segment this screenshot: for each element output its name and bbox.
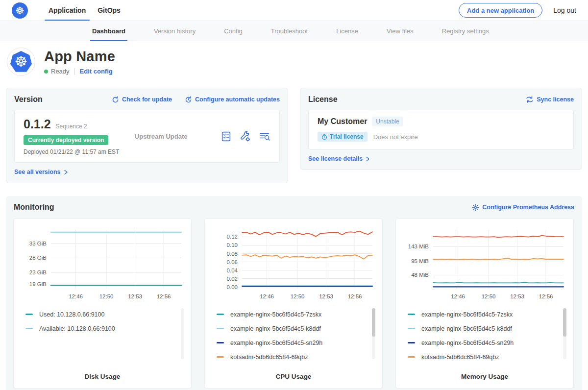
legend-color-dash — [217, 342, 224, 343]
legend-color-dash — [25, 314, 33, 315]
license-expiry-text: Does not expire — [373, 133, 418, 141]
status-ready-dot — [44, 70, 48, 73]
svg-text:33 GiB: 33 GiB — [29, 241, 47, 246]
svg-text:12:56: 12:56 — [348, 293, 362, 299]
edit-config-link[interactable]: Edit config — [80, 68, 113, 75]
top-navbar: ☸ Application GitOps Add a new applicati… — [0, 0, 588, 21]
monitoring-section: Monitoring Configure Prometheus Address … — [6, 196, 582, 390]
memory-usage-legend: example-nginx-5bc6f5d4c5-7zskxexample-ng… — [408, 307, 567, 364]
svg-text:12:50: 12:50 — [482, 293, 496, 299]
configure-prometheus-link[interactable]: Configure Prometheus Address — [472, 204, 574, 211]
svg-text:0.10: 0.10 — [227, 242, 238, 248]
refresh-icon — [112, 96, 119, 103]
see-all-versions-link[interactable]: See all versions — [14, 169, 68, 175]
legend-item: kotsadm-5db6dc6584-69qbz — [217, 350, 376, 364]
logout-button[interactable]: Log out — [553, 6, 576, 14]
stopwatch-icon — [321, 134, 327, 140]
upstream-update-label: Upstream Update — [135, 133, 220, 140]
chevron-right-icon — [64, 170, 68, 175]
legend-item: example-nginx-5bc6f5d4c5-7zskx — [408, 307, 567, 321]
legend-item: kotsadm-5db6dc6584-69qbz — [408, 350, 567, 364]
svg-text:12:46: 12:46 — [260, 293, 274, 299]
check-for-update-link[interactable]: Check for update — [112, 96, 172, 103]
currently-deployed-badge: Currently deployed version — [24, 135, 108, 145]
tab-gitops-label: GitOps — [98, 6, 121, 14]
legend-color-dash — [408, 342, 415, 343]
legend-item: example-nginx-5bc6f5d4c5-7zskx — [217, 307, 376, 321]
version-card-title: Version — [14, 95, 43, 104]
app-avatar: ☸ — [7, 48, 35, 76]
subnav-tab-license[interactable]: License — [336, 21, 358, 41]
subnav-tab-troubleshoot[interactable]: Troubleshoot — [271, 21, 308, 41]
legend-color-dash — [217, 314, 224, 315]
kubernetes-app-icon: ☸ — [10, 51, 32, 73]
legend-label: example-nginx-5bc6f5d4c5-sn29h — [421, 340, 514, 346]
view-logs-icon[interactable] — [259, 131, 270, 142]
legend-label: example-nginx-5bc6f5d4c5-7zskx — [230, 311, 321, 318]
legend-scrollbar-track — [372, 308, 375, 359]
version-card: Version Check for update Configure au — [6, 88, 288, 183]
version-sequence: Sequence 2 — [56, 123, 87, 130]
svg-text:23 GiB: 23 GiB — [29, 269, 47, 275]
chart-title: Memory Usage — [402, 373, 567, 380]
license-detail-row: My Customer Unstable Trial license Does … — [308, 110, 574, 149]
divider — [74, 68, 75, 75]
disk-usage-chart: 33 GiB28 GiB23 GiB19 GiB12:4612:5012:531… — [20, 225, 185, 302]
svg-text:95 MiB: 95 MiB — [411, 258, 429, 264]
subnav-tab-registry-settings[interactable]: Registry settings — [442, 21, 489, 41]
svg-text:12:56: 12:56 — [157, 293, 171, 299]
disk-usage-chart-card: 33 GiB28 GiB23 GiB19 GiB12:4612:5012:531… — [14, 219, 191, 388]
legend-scrollbar-track — [181, 308, 184, 359]
kubernetes-logo-icon: ☸ — [12, 2, 28, 19]
legend-label: example-nginx-5bc6f5d4c5-7zskx — [421, 311, 513, 318]
tab-gitops[interactable]: GitOps — [92, 0, 126, 21]
gear-icon — [472, 204, 479, 211]
app-name-title: App Name — [44, 49, 115, 65]
legend-item: example-nginx-5bc6f5d4c5-sn29h — [217, 336, 376, 350]
add-application-button[interactable]: Add a new application — [459, 3, 542, 18]
svg-text:12:46: 12:46 — [69, 293, 83, 299]
legend-label: kotsadm-5db6dc6584-69qbz — [421, 354, 499, 361]
legend-label: example-nginx-5bc6f5d4c5-k8ddf — [230, 325, 321, 332]
legend-color-dash — [25, 328, 33, 329]
svg-text:12:53: 12:53 — [319, 293, 333, 299]
see-license-details-link[interactable]: See license details — [308, 155, 370, 162]
memory-usage-chart-card: 143 MiB95 MiB48 MiB12:4612:5012:5312:56 … — [396, 219, 573, 388]
legend-color-dash — [217, 356, 224, 358]
subnav-tab-config[interactable]: Config — [224, 21, 243, 41]
legend-color-dash — [408, 328, 415, 329]
legend-scrollbar-thumb[interactable] — [563, 308, 566, 337]
legend-label: kotsadm-5db6dc6584-69qbz — [230, 354, 308, 361]
legend-scrollbar-thumb[interactable] — [372, 308, 375, 337]
tab-application-label: Application — [49, 6, 86, 14]
legend-item: example-nginx-5bc6f5d4c5-sn29h — [408, 336, 567, 350]
topnav-tabs: Application GitOps — [43, 0, 126, 21]
svg-text:12:46: 12:46 — [451, 293, 465, 299]
svg-text:12:53: 12:53 — [510, 293, 524, 299]
chart-title: CPU Usage — [211, 373, 376, 380]
svg-text:28 GiB: 28 GiB — [29, 255, 47, 261]
tab-application[interactable]: Application — [43, 0, 92, 21]
sync-arrows-icon — [526, 96, 534, 103]
preflight-checks-icon[interactable] — [220, 131, 232, 142]
svg-text:12:50: 12:50 — [99, 293, 114, 299]
svg-text:143 MiB: 143 MiB — [408, 244, 429, 249]
legend-label: Available: 10.128.0.66:9100 — [39, 325, 115, 332]
svg-text:0.00: 0.00 — [227, 284, 238, 290]
sync-license-link[interactable]: Sync license — [526, 96, 574, 103]
subnav-tab-view-files[interactable]: View files — [387, 21, 414, 41]
clock-history-icon — [185, 96, 192, 103]
customer-name: My Customer — [318, 117, 367, 126]
legend-item: example-nginx-5bc6f5d4c5-k8ddf — [408, 321, 567, 336]
legend-label: Used: 10.128.0.66:9100 — [39, 311, 104, 318]
current-version-row: 0.1.2 Sequence 2 Currently deployed vers… — [14, 110, 280, 163]
legend-color-dash — [217, 328, 224, 329]
subnav-tab-version-history[interactable]: Version history — [154, 21, 196, 41]
svg-text:0.08: 0.08 — [227, 251, 238, 257]
svg-text:0.06: 0.06 — [227, 259, 238, 265]
configure-automatic-updates-link[interactable]: Configure automatic updates — [185, 96, 280, 103]
config-tools-icon[interactable] — [240, 131, 251, 142]
legend-color-dash — [408, 356, 415, 358]
subnav-tab-dashboard[interactable]: Dashboard — [92, 21, 125, 41]
legend-item: Used: 10.128.0.66:9100 — [25, 307, 185, 321]
